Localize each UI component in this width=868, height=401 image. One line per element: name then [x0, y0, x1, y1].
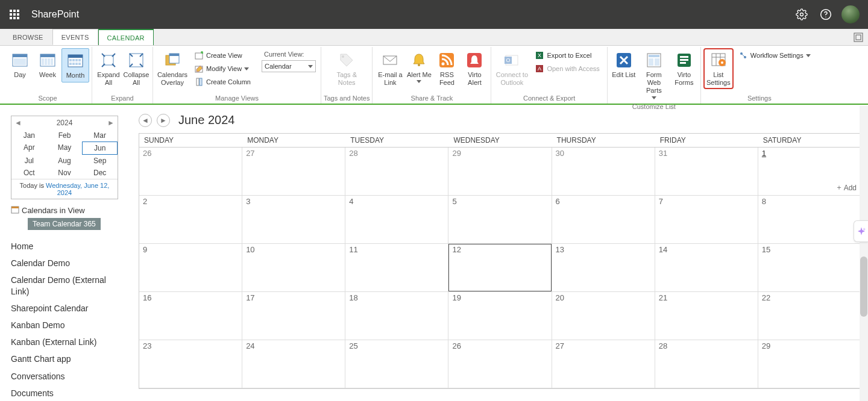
- tab-events[interactable]: EVENTS: [52, 29, 98, 45]
- quick-launch-link[interactable]: Kanban Demo: [11, 320, 127, 331]
- svg-rect-38: [195, 53, 203, 59]
- svg-rect-22: [51, 58, 53, 65]
- calendar-prev-month[interactable]: ◄: [139, 114, 152, 127]
- calendar-cell[interactable]: 26: [139, 148, 242, 196]
- app-launcher-icon[interactable]: [5, 5, 24, 24]
- mini-cal-month[interactable]: Dec: [82, 167, 118, 179]
- edit-list-button[interactable]: Edit List: [610, 48, 638, 81]
- quick-launch-link[interactable]: Kanban (External Link): [11, 337, 127, 347]
- virto-alert-button[interactable]: Virto Alert: [461, 48, 488, 89]
- expand-all-button[interactable]: Expand All: [95, 48, 122, 89]
- mini-cal-month[interactable]: Jan: [11, 129, 47, 141]
- calendar-cell[interactable]: 9: [139, 244, 242, 292]
- calendars-in-view-header[interactable]: Calendars in View: [11, 205, 127, 216]
- user-avatar[interactable]: [841, 5, 860, 23]
- calendar-cell[interactable]: 6: [552, 196, 655, 244]
- quick-launch-link[interactable]: Calendar Demo: [11, 258, 127, 269]
- form-web-parts-button[interactable]: Form Web Parts: [638, 48, 670, 102]
- calendar-cell[interactable]: 23: [139, 340, 242, 388]
- mini-cal-next[interactable]: ►: [104, 119, 118, 127]
- scope-week-button[interactable]: Week: [34, 48, 61, 81]
- calendar-cell[interactable]: 16: [139, 292, 242, 340]
- mini-cal-month[interactable]: Oct: [11, 167, 47, 179]
- help-icon[interactable]: [814, 2, 838, 26]
- current-view-select[interactable]: Calendar: [262, 60, 316, 72]
- mini-cal-month[interactable]: Aug: [47, 155, 83, 167]
- calendar-cell[interactable]: 13: [552, 244, 655, 292]
- virto-forms-button[interactable]: Virto Forms: [670, 48, 698, 89]
- scope-month-button[interactable]: Month: [61, 48, 89, 82]
- mini-cal-month[interactable]: May: [47, 141, 83, 155]
- quick-launch-link[interactable]: Home: [11, 241, 127, 252]
- calendar-cell[interactable]: 17: [242, 292, 345, 340]
- quick-launch-link[interactable]: Gantt Chart app: [11, 353, 127, 364]
- calendar-cell[interactable]: 14: [655, 244, 758, 292]
- tab-browse[interactable]: BROWSE: [4, 29, 52, 45]
- calendar-cell[interactable]: 21: [655, 292, 758, 340]
- calendar-cell[interactable]: 29: [758, 340, 861, 388]
- calendar-overlay-item[interactable]: Team Calendar 365: [28, 218, 101, 230]
- mini-cal-month[interactable]: Mar: [82, 129, 118, 141]
- calendar-cell[interactable]: 3: [242, 196, 345, 244]
- scope-day-button[interactable]: Day: [6, 48, 34, 81]
- add-event-link[interactable]: ＋Add: [835, 182, 857, 193]
- scrollbar-thumb[interactable]: [860, 256, 867, 317]
- calendar-cell[interactable]: 19: [448, 292, 552, 340]
- collapse-all-button[interactable]: Collapse All: [122, 48, 150, 89]
- create-column-button[interactable]: Create Column: [192, 76, 253, 88]
- vertical-scrollbar[interactable]: [860, 106, 868, 401]
- list-settings-button[interactable]: List Settings: [703, 48, 734, 89]
- calendar-cell[interactable]: 27: [552, 340, 655, 388]
- calendar-cell[interactable]: 7: [655, 196, 758, 244]
- calendar-cell[interactable]: 18: [345, 292, 448, 340]
- calendars-overlay-button[interactable]: Calendars Overlay: [156, 48, 189, 89]
- mini-cal-month[interactable]: Apr: [11, 141, 47, 155]
- email-link-button[interactable]: E-mail a Link: [375, 48, 405, 89]
- focus-content-icon[interactable]: [852, 31, 864, 43]
- calendar-cell[interactable]: 31: [655, 148, 758, 196]
- calendar-cell[interactable]: 8: [758, 196, 861, 244]
- calendar-cell[interactable]: 29: [448, 148, 552, 196]
- mini-cal-prev[interactable]: ◄: [11, 119, 25, 127]
- calendar-cell[interactable]: 11: [345, 244, 448, 292]
- chevron-down-icon: [806, 54, 811, 57]
- collapse-icon: [127, 51, 146, 70]
- mini-cal-month[interactable]: Jun: [82, 141, 118, 155]
- export-excel-button[interactable]: XExport to Excel: [532, 49, 602, 61]
- calendar-cell[interactable]: 26: [448, 340, 552, 388]
- mini-cal-month[interactable]: Feb: [47, 129, 83, 141]
- calendar-cell[interactable]: 25: [345, 340, 448, 388]
- calendar-cell[interactable]: 28: [345, 148, 448, 196]
- rss-feed-button[interactable]: RSS Feed: [433, 48, 461, 89]
- calendar-cell[interactable]: 12: [448, 244, 552, 292]
- create-view-button[interactable]: Create View: [192, 49, 253, 61]
- calendar-cell[interactable]: 30: [552, 148, 655, 196]
- mini-cal-month[interactable]: Nov: [47, 167, 83, 179]
- calendar-cell[interactable]: 5: [448, 196, 552, 244]
- tab-calendar[interactable]: CALENDAR: [98, 29, 154, 45]
- calendar-cell[interactable]: 24: [242, 340, 345, 388]
- workflow-settings-button[interactable]: Workflow Settings: [736, 49, 813, 61]
- alert-me-button[interactable]: Alert Me: [405, 48, 433, 85]
- mini-cal-month[interactable]: Jul: [11, 155, 47, 167]
- calendar-cell[interactable]: 22: [758, 292, 861, 340]
- modify-view-button[interactable]: Modify View: [192, 63, 253, 75]
- calendar-cell[interactable]: 2: [139, 196, 242, 244]
- calendar-cell[interactable]: 4: [345, 196, 448, 244]
- mini-cal-month[interactable]: Sep: [82, 155, 118, 167]
- settings-icon[interactable]: [790, 2, 814, 26]
- svg-rect-20: [45, 58, 47, 65]
- copilot-badge[interactable]: [854, 220, 868, 242]
- quick-launch-link[interactable]: Conversations: [11, 371, 127, 382]
- calendar-cell[interactable]: 20: [552, 292, 655, 340]
- calendar-cell[interactable]: 15: [758, 244, 861, 292]
- quick-launch-link[interactable]: Documents: [11, 388, 127, 399]
- quick-launch-link[interactable]: Calendar Demo (External Link): [11, 275, 127, 296]
- calendar-cell[interactable]: 10: [242, 244, 345, 292]
- calendar-cell[interactable]: 1＋Add: [758, 148, 861, 196]
- calendar-cell[interactable]: 27: [242, 148, 345, 196]
- svg-rect-19: [42, 58, 44, 65]
- calendar-cell[interactable]: 28: [655, 340, 758, 388]
- quick-launch-link[interactable]: Sharepoint Calendar: [11, 303, 127, 314]
- calendar-next-month[interactable]: ►: [157, 114, 170, 127]
